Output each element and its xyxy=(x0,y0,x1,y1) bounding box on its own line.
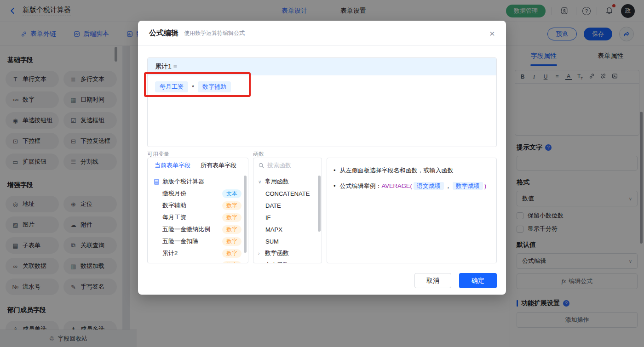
formula-edit-dialog: 公式编辑 使用数学运算符编辑公式 × 累计1 = 每月工资 * 数字辅助 可用变… xyxy=(138,21,506,295)
app-root: 新版个税计算器 表单设计 表单设置 数据管理 ? 政 表单外链 xyxy=(0,0,644,347)
tip-line-1: • 从左侧面板选择字段名和函数，或输入函数 xyxy=(334,165,490,175)
close-icon[interactable]: × xyxy=(489,28,495,38)
tip-function-name: AVERAGE( xyxy=(382,182,412,189)
field-type-badge: 数字 xyxy=(222,225,242,234)
function-group-common[interactable]: ∨ 常用函数 xyxy=(253,176,322,188)
field-type-badge: 数字 xyxy=(222,261,242,264)
field-type-badge: 数字 xyxy=(222,213,242,222)
tips-panel: • 从左侧面板选择字段名和函数，或输入函数 • 公式编辑举例：AVERAGE(语… xyxy=(327,158,497,263)
form-file-icon xyxy=(154,179,159,185)
function-item-sum[interactable]: SUM xyxy=(253,235,322,247)
tip-comma: ， xyxy=(445,182,451,189)
variables-panel: 当前表单字段 所有表单字段 新版个税计算器 缴税月份 文本 数字辅助 数字 每月… xyxy=(147,158,248,263)
function-item-date[interactable]: DATE xyxy=(253,199,322,211)
tip-line-2: • 公式编辑举例：AVERAGE(语文成绩，数学成绩) xyxy=(334,181,490,191)
function-item-concatenate[interactable]: CONCATENATE xyxy=(253,188,322,199)
tip-close-paren: ) xyxy=(484,182,486,189)
tree-field-row[interactable]: 累计2 数字 xyxy=(148,247,248,259)
function-search-input[interactable]: 搜索函数 xyxy=(253,158,322,173)
tree-field-row[interactable]: 五险一金扣除 数字 xyxy=(148,235,248,247)
function-item-if[interactable]: IF xyxy=(253,211,322,223)
cancel-button[interactable]: 取消 xyxy=(414,273,451,288)
tree-field-row[interactable]: 数字辅助 数字 xyxy=(148,199,248,211)
tree-field-row[interactable]: 五险一金缴纳比例 数字 xyxy=(148,223,248,235)
field-type-badge: 文本 xyxy=(222,189,242,198)
variables-scrollbar[interactable] xyxy=(244,176,247,253)
tip-chip-chinese-score: 语文成绩 xyxy=(414,182,444,190)
tip-chip-math-score: 数学成绩 xyxy=(453,182,483,190)
tree-root[interactable]: 新版个税计算器 xyxy=(148,176,248,188)
tree-field-row[interactable]: 每月工资 数字 xyxy=(148,211,248,223)
functions-panel: 搜索函数 ∨ 常用函数 CONCATENATE DATE IF MAPX SUM… xyxy=(253,158,322,263)
chevron-collapsed-icon: › xyxy=(258,263,262,264)
dialog-title: 公式编辑 xyxy=(149,28,178,38)
function-list: ∨ 常用函数 CONCATENATE DATE IF MAPX SUM › 数学… xyxy=(253,173,322,263)
functions-label: 函数 xyxy=(253,150,264,158)
search-placeholder: 搜索函数 xyxy=(267,161,291,170)
formula-editor[interactable]: 累计1 = 每月工资 * 数字辅助 xyxy=(147,57,497,147)
tree-field-row[interactable]: 数字 xyxy=(148,259,248,263)
function-group-text[interactable]: › 文本函数 xyxy=(253,259,322,263)
tab-all-form-fields[interactable]: 所有表单字段 xyxy=(201,161,236,170)
dialog-footer: 取消 确定 xyxy=(414,273,497,288)
confirm-button[interactable]: 确定 xyxy=(459,273,497,288)
dialog-header: 公式编辑 使用数学运算符编辑公式 × xyxy=(138,21,506,46)
function-group-math[interactable]: › 数学函数 xyxy=(253,247,322,259)
function-item-mapx[interactable]: MAPX xyxy=(253,223,322,235)
variables-tabs: 当前表单字段 所有表单字段 xyxy=(148,158,248,173)
field-tree: 新版个税计算器 缴税月份 文本 数字辅助 数字 每月工资 数字 五险一金缴纳比例… xyxy=(148,173,248,263)
annotation-highlight-rect xyxy=(144,72,251,97)
field-type-badge: 数字 xyxy=(222,237,242,246)
variables-label: 可用变量 xyxy=(147,150,169,158)
field-type-badge: 数字 xyxy=(222,201,242,210)
chevron-expanded-icon: ∨ xyxy=(258,179,262,184)
tree-field-row[interactable]: 缴税月份 文本 xyxy=(148,188,248,199)
dialog-subtitle: 使用数学运算符编辑公式 xyxy=(184,29,245,37)
search-icon xyxy=(259,163,264,168)
chevron-collapsed-icon: › xyxy=(258,251,262,256)
functions-scrollbar[interactable] xyxy=(318,176,321,232)
tab-current-form-fields[interactable]: 当前表单字段 xyxy=(155,161,190,170)
field-type-badge: 数字 xyxy=(222,249,242,258)
tip-example-prefix: 公式编辑举例： xyxy=(340,182,382,189)
